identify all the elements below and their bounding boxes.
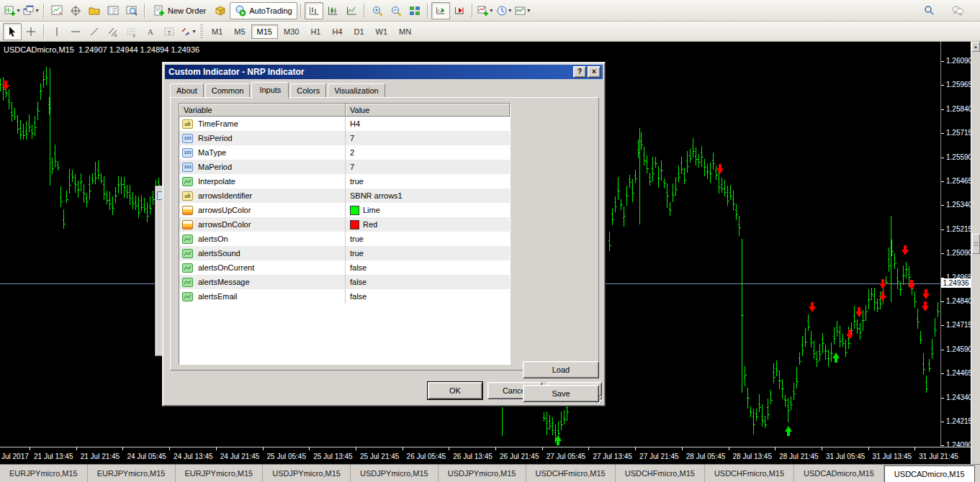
param-row-alertsOnCurrent[interactable]: alertsOnCurrentfalse [179, 260, 510, 275]
indicator-dialog[interactable]: Custom Indicator - NRP Indicator ? × Abo… [162, 62, 606, 406]
zoom-out-button[interactable] [387, 2, 405, 19]
param-value[interactable]: 7 [350, 134, 354, 142]
param-row-alertsMessage[interactable]: alertsMessagefalse [179, 275, 510, 289]
param-value[interactable]: SBNR arrows1 [350, 191, 403, 200]
chart-tab-10[interactable]: USDCADmicro,M15 [884, 465, 975, 482]
text-button[interactable]: A [141, 23, 160, 40]
load-button[interactable]: Load [523, 361, 599, 378]
navigator-button[interactable] [85, 2, 104, 19]
param-row-TimeFrame[interactable]: abTimeFrameH4 [179, 117, 510, 131]
chat-button[interactable] [948, 2, 967, 19]
chart-tab-11[interactable]: USDCADmicro,M15 [975, 465, 980, 482]
scrollbar-thumb[interactable] [972, 234, 980, 254]
auto-scroll-button[interactable] [431, 2, 450, 19]
chart-tab-5[interactable]: USDJPYmicro,M15 [439, 465, 526, 482]
timeframe-h1[interactable]: H1 [305, 24, 326, 39]
tab-common[interactable]: Common [205, 83, 251, 97]
param-value[interactable]: true [350, 249, 364, 258]
param-row-MaPeriod[interactable]: 123MaPeriod7 [179, 160, 510, 174]
new-chart-button[interactable]: ▾ [3, 2, 22, 19]
param-value[interactable]: true [350, 235, 364, 243]
column-header-variable[interactable]: Variable [179, 104, 346, 117]
templates-button[interactable]: ▾ [513, 2, 532, 19]
strategy-tester-button[interactable] [122, 2, 141, 19]
equidistant-channel-button[interactable]: E [104, 23, 122, 40]
timeframe-m5[interactable]: M5 [228, 24, 251, 39]
param-value[interactable]: 2 [350, 148, 354, 157]
market-watch-button[interactable] [48, 2, 66, 19]
param-value[interactable]: false [350, 263, 367, 272]
tab-colors[interactable]: Colors [290, 83, 326, 97]
arrow-shapes-button[interactable]: ▾ [179, 23, 197, 40]
periods-button[interactable]: ▾ [495, 2, 513, 19]
price-axis[interactable]: 1.260901.259651.258401.257151.255901.254… [940, 42, 971, 447]
param-row-arrowsDnColor[interactable]: arrowsDnColorRed [179, 217, 510, 232]
param-value[interactable]: true [350, 177, 364, 186]
profiles-button[interactable]: ▾ [22, 2, 40, 19]
tab-visualization[interactable]: Visualization [328, 83, 385, 97]
candlestick-chart-button[interactable] [323, 2, 342, 19]
param-value[interactable]: H4 [350, 119, 360, 128]
timeframe-h4[interactable]: H4 [326, 24, 348, 39]
help-button[interactable]: ? [573, 66, 586, 78]
param-value[interactable]: 7 [350, 163, 354, 171]
scrollbar-up-icon[interactable]: ▲ [971, 42, 980, 52]
param-row-alertsOn[interactable]: alertsOntrue [179, 232, 510, 246]
param-value[interactable]: Lime [363, 206, 380, 214]
add-indicator-button[interactable]: ▾ [476, 2, 495, 19]
param-value[interactable]: false [350, 292, 367, 301]
chart-tab-2[interactable]: EURJPYmicro,M15 [176, 465, 264, 482]
chart-tab-7[interactable]: USDCHFmicro,M15 [616, 465, 705, 482]
close-button[interactable]: × [588, 66, 601, 78]
param-value[interactable]: false [350, 278, 367, 286]
terminal-button[interactable] [104, 2, 122, 19]
param-row-alertsEmail[interactable]: alertsEmailfalse [179, 289, 510, 304]
timeframe-m30[interactable]: M30 [278, 24, 305, 39]
zoom-in-button[interactable] [368, 2, 387, 19]
metaeditor-button[interactable] [211, 2, 230, 19]
param-row-arrowsUpColor[interactable]: arrowsUpColorLime [179, 203, 510, 217]
chart-tab-1[interactable]: EURJPYmicro,M15 [88, 465, 176, 482]
text-label-button[interactable]: T [160, 23, 179, 40]
autotrading-button[interactable]: AutoTrading [230, 2, 297, 19]
param-row-RsiPeriod[interactable]: 123RsiPeriod7 [179, 131, 510, 145]
timeframe-mn[interactable]: MN [393, 24, 417, 39]
timeframe-m15[interactable]: M15 [251, 24, 278, 39]
param-row-alertsSound[interactable]: alertsSoundtrue [179, 246, 510, 260]
chart-tab-0[interactable]: EURJPYmicro,M15 [0, 465, 88, 482]
param-row-MaType[interactable]: 123MaType2 [179, 145, 510, 160]
bar-chart-button[interactable] [305, 2, 323, 19]
chart-scrollbar[interactable]: ▲ [971, 42, 980, 464]
param-value[interactable]: Red [363, 220, 377, 229]
save-button[interactable]: Save [523, 385, 599, 402]
tab-about[interactable]: About [170, 83, 204, 97]
tab-inputs[interactable]: Inputs [251, 82, 289, 99]
horizontal-line-button[interactable] [66, 23, 85, 40]
chart-shift-button[interactable] [450, 2, 469, 19]
cursor-button[interactable] [3, 23, 22, 40]
param-row-arrowsIdentifier[interactable]: abarrowsIdentifierSBNR arrows1 [179, 188, 510, 203]
column-header-value[interactable]: Value [346, 104, 510, 117]
crosshair-button[interactable] [22, 23, 40, 40]
parameters-list[interactable]: Variable Value abTimeFrameH4123RsiPeriod… [179, 103, 511, 365]
timeframe-w1[interactable]: W1 [370, 24, 394, 39]
trend-line-button[interactable] [85, 23, 104, 40]
chart-tab-4[interactable]: USDJPYmicro,M15 [351, 465, 439, 482]
vertical-line-button[interactable] [48, 23, 66, 40]
timeframe-d1[interactable]: D1 [349, 24, 370, 39]
search-button[interactable] [920, 2, 938, 19]
chart-tab-9[interactable]: USDCADmicro,M15 [794, 465, 884, 482]
time-axis[interactable]: Jul 201721 Jul 13:4521 Jul 21:4524 Jul 0… [0, 447, 971, 464]
timeframe-m1[interactable]: M1 [206, 24, 228, 39]
chart-tab-3[interactable]: USDJPYmicro,M15 [263, 465, 351, 482]
tile-windows-button[interactable] [405, 2, 424, 19]
chart-tab-8[interactable]: USDCHFmicro,M15 [705, 465, 794, 482]
new-order-button[interactable]: New Order [148, 2, 211, 19]
ok-button[interactable]: OK [428, 382, 482, 399]
param-row-Interpolate[interactable]: Interpolatetrue [179, 174, 510, 188]
dialog-titlebar[interactable]: Custom Indicator - NRP Indicator ? × [165, 65, 603, 79]
line-chart-button[interactable] [342, 2, 361, 19]
data-window-button[interactable] [66, 2, 85, 19]
chart-tab-6[interactable]: USDCHFmicro,M15 [526, 465, 616, 482]
fibonacci-retracement-button[interactable]: F [122, 23, 141, 40]
